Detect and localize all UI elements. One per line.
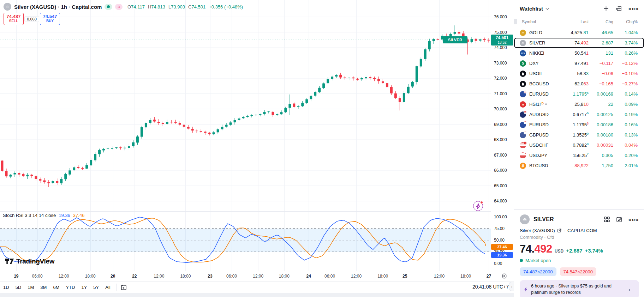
price-axis-label: 68.000	[494, 137, 507, 142]
details-more-menu[interactable]: ooo	[628, 217, 639, 222]
add-symbol-button[interactable]	[603, 6, 609, 12]
time-axis-label: 18:00	[377, 274, 388, 279]
go-to-date-button[interactable]	[120, 284, 127, 291]
edit-note-button[interactable]	[616, 216, 622, 223]
column-symbol[interactable]: Symbol	[522, 19, 536, 24]
details-price-tick: 492	[535, 243, 552, 255]
column-chgp[interactable]: Chg%	[626, 19, 638, 24]
indicator-legend[interactable]: Stoch RSI 3 3 14 14 close 19.36 37.46	[3, 213, 84, 218]
watchlist-row-usdchf[interactable]: +USDCHF0.78828−0.00031−0.04%	[514, 140, 644, 150]
last-price: 97.491	[557, 61, 589, 66]
series-symbol-tag: SILVER	[443, 36, 467, 43]
watchlist-row-btcusd[interactable]: ₿BTCUSD88,9221,7502.01%	[514, 160, 644, 171]
range-button-ytd[interactable]: YTD	[62, 283, 78, 291]
range-button-5y[interactable]: 5Y	[90, 283, 102, 291]
change-percent: 3.74%	[613, 40, 638, 46]
symbol-name: USDJPY	[529, 153, 547, 158]
news-flash-icon	[524, 287, 528, 292]
news-banner[interactable]: 6 hours ago · Silver tops $75 as gold an…	[520, 280, 639, 297]
open-list-layout-button[interactable]	[615, 6, 622, 12]
details-change: +2.687	[566, 248, 582, 254]
symbol-name: NIKKEI	[529, 50, 544, 56]
flash-alert-button[interactable]	[473, 201, 483, 211]
ask-size-pill[interactable]: 74.547×22000	[560, 267, 597, 276]
sell-button[interactable]: 74.487 SELL	[4, 13, 24, 25]
tradingview-logo[interactable]: TradingView	[5, 257, 54, 265]
time-axis-label: 19	[14, 274, 18, 279]
range-button-3m[interactable]: 3M	[37, 283, 50, 291]
external-link-icon[interactable]	[557, 228, 562, 233]
panel-collapse-handle[interactable]: ›	[509, 282, 514, 291]
separator-dot: ·	[564, 228, 565, 233]
symbol-name: EURUSD	[529, 122, 549, 127]
usdchf-symbol-icon: +	[520, 142, 526, 148]
change-value: +0.356 (+0.48%)	[209, 4, 243, 10]
approx-price-badge[interactable]: ≈	[115, 4, 123, 10]
range-button-1d[interactable]: 1D	[0, 283, 12, 291]
range-button-1m[interactable]: 1M	[24, 283, 37, 291]
time-axis-label: 12:00	[351, 274, 362, 279]
price-axis-label: 67.000	[494, 153, 507, 158]
dxy-symbol-icon: $	[520, 60, 526, 67]
change-percent: 2.01%	[613, 163, 638, 168]
watchlist-row-dxy[interactable]: $DXY97.491−0.117−0.12%	[514, 58, 644, 68]
time-axis[interactable]: 1906:0012:0018:00202212:0018:002306:0012…	[0, 271, 514, 281]
watchlist-row-nikkei[interactable]: 225NIKKEI50,5411310.26%	[514, 48, 644, 58]
watchlist-row-usoil[interactable]: USOIL58.33−0.06−0.10%	[514, 68, 644, 79]
silver-symbol-icon-large	[520, 214, 530, 224]
watchlist-row-eurusd[interactable]: EURUSD1.179560.001860.16%	[514, 120, 644, 130]
watchlist-row-silver[interactable]: SILVER74.4922.6873.74%	[514, 38, 644, 48]
watchlist-header: Watchlist ooo	[514, 0, 644, 17]
change-percent: 0.20%	[613, 153, 638, 158]
watchlist-row-gbpusd[interactable]: GBPUSD1.352500.001800.13%	[514, 130, 644, 140]
details-price-main: 74.	[520, 243, 535, 255]
column-last[interactable]: Last	[580, 19, 589, 24]
details-symbol-name[interactable]: SILVER	[533, 216, 554, 223]
symbol-name: GOLD	[529, 30, 542, 35]
watchlist-more-menu[interactable]: ooo	[628, 6, 639, 11]
symbol-name: DXY	[529, 61, 539, 66]
change-value: 0.305	[589, 153, 613, 158]
market-open-dot-badge[interactable]	[105, 4, 112, 10]
watchlist-row-audusd[interactable]: AUDUSD0.671760.001250.19%	[514, 109, 644, 120]
last-price: 1.35250	[557, 132, 589, 138]
price-axis-label: 70.000	[494, 107, 507, 111]
eurusd-symbol-icon	[520, 91, 526, 97]
open-value: 74.117	[131, 4, 145, 10]
candlestick-chart[interactable]	[0, 0, 491, 211]
watchlist-row-bcousd[interactable]: BCOUSD62.063−0.165−0.27%	[514, 79, 644, 89]
price-axis-label: 73.000	[494, 61, 507, 66]
details-subtitle[interactable]: Silver (XAGUSD)	[520, 228, 555, 233]
watchlist-row-eurusd[interactable]: EURUSD1.179560.001690.14%	[514, 89, 644, 99]
change-value: 1,750	[589, 163, 613, 168]
watchlist-row-gold[interactable]: GOLD4,525.8146.651.04%	[514, 28, 644, 38]
countdown-timer: 18:52	[491, 41, 513, 45]
watchlist-row-usdjpy[interactable]: USDJPY156.2570.3050.20%	[514, 150, 644, 160]
bid-size-pill[interactable]: 74.487×22000	[520, 267, 556, 276]
range-button-5d[interactable]: 5D	[12, 283, 25, 291]
price-axis-label: 64.000	[494, 199, 507, 204]
watchlist-row-hsi1[interactable]: nHSI1!D25,810220.09%	[514, 99, 644, 109]
price-axis-label: 71.000	[494, 91, 507, 96]
symbol-title[interactable]: Silver (XAGUSD) · 1h · Capital.com	[14, 4, 102, 10]
high-value: 74.813	[151, 4, 165, 10]
range-button-all[interactable]: All	[102, 283, 113, 291]
layout-grid-button[interactable]	[604, 216, 610, 223]
eurusd-symbol-icon	[520, 122, 526, 128]
pane-divider[interactable]	[0, 211, 514, 212]
stoch-rsi-pane[interactable]	[0, 211, 491, 271]
watchlist-title-menu[interactable]: Watchlist	[520, 6, 548, 12]
range-button-6m[interactable]: 6M	[50, 283, 62, 291]
change-value: 22	[589, 102, 613, 107]
clock[interactable]: 20:41:08 UTC+7	[472, 284, 509, 290]
column-chg[interactable]: Chg	[606, 19, 613, 24]
change-percent: 0.09%	[613, 102, 638, 107]
exchange-name[interactable]: CAPITALCOM	[567, 228, 597, 233]
range-button-1y[interactable]: 1Y	[78, 283, 90, 291]
change-value: −0.117	[589, 61, 613, 66]
buy-button[interactable]: 74.547 BUY	[40, 13, 60, 25]
time-axis-label: 12:00	[253, 274, 263, 279]
time-axis-label: 06:00	[32, 274, 43, 279]
price-axis-label: 66.000	[494, 168, 507, 173]
scale-settings-icon[interactable]	[501, 273, 507, 280]
